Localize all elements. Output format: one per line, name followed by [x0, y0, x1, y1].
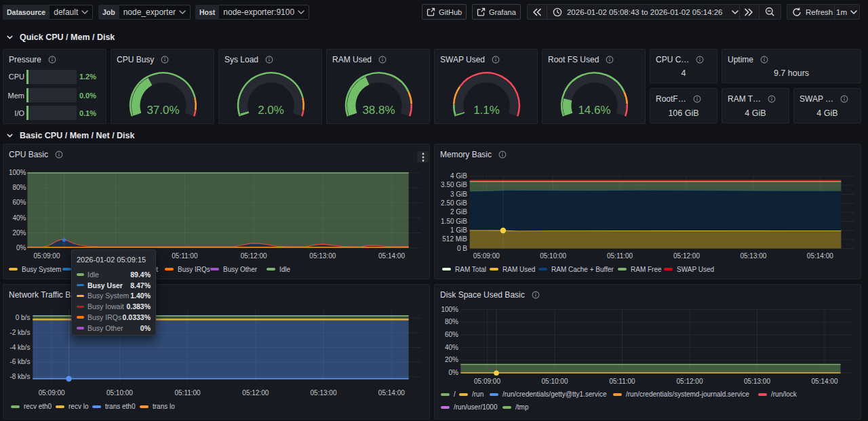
svg-text:2.0%: 2.0%	[258, 104, 284, 117]
svg-text:37.0%: 37.0%	[146, 104, 179, 117]
svg-text:14.6%: 14.6%	[578, 104, 610, 117]
svg-text:1.1%: 1.1%	[473, 104, 500, 117]
svg-text:38.8%: 38.8%	[362, 104, 395, 117]
